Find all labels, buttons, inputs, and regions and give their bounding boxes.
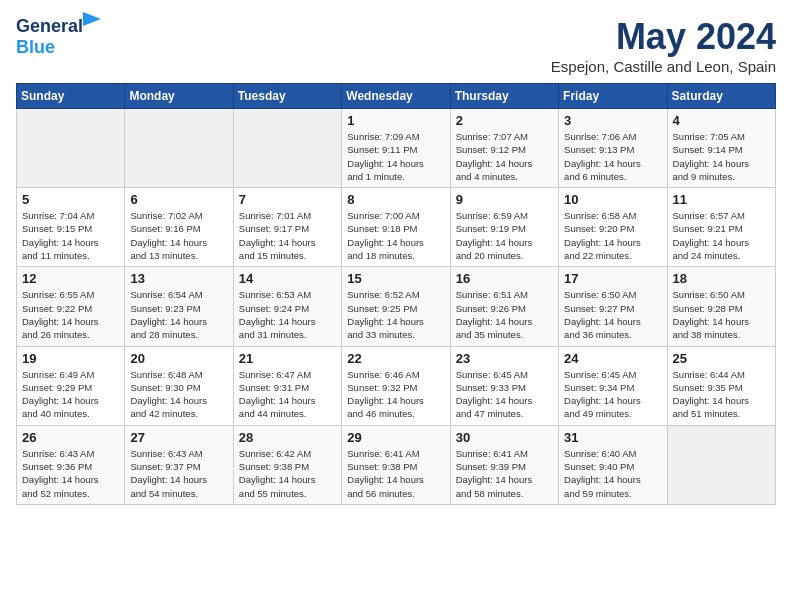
calendar-week-row: 1Sunrise: 7:09 AM Sunset: 9:11 PM Daylig… xyxy=(17,109,776,188)
calendar-empty-cell xyxy=(17,109,125,188)
weekday-header: Friday xyxy=(559,84,667,109)
calendar-day-cell: 13Sunrise: 6:54 AM Sunset: 9:23 PM Dayli… xyxy=(125,267,233,346)
location-subtitle: Espejon, Castille and Leon, Spain xyxy=(551,58,776,75)
day-info: Sunrise: 6:49 AM Sunset: 9:29 PM Dayligh… xyxy=(22,368,119,421)
calendar-day-cell: 1Sunrise: 7:09 AM Sunset: 9:11 PM Daylig… xyxy=(342,109,450,188)
day-number: 12 xyxy=(22,271,119,286)
day-info: Sunrise: 6:52 AM Sunset: 9:25 PM Dayligh… xyxy=(347,288,444,341)
calendar-day-cell: 5Sunrise: 7:04 AM Sunset: 9:15 PM Daylig… xyxy=(17,188,125,267)
title-section: May 2024 Espejon, Castille and Leon, Spa… xyxy=(551,16,776,75)
calendar-day-cell: 28Sunrise: 6:42 AM Sunset: 9:38 PM Dayli… xyxy=(233,425,341,504)
day-info: Sunrise: 6:44 AM Sunset: 9:35 PM Dayligh… xyxy=(673,368,770,421)
month-title: May 2024 xyxy=(551,16,776,58)
day-number: 26 xyxy=(22,430,119,445)
calendar-week-row: 5Sunrise: 7:04 AM Sunset: 9:15 PM Daylig… xyxy=(17,188,776,267)
calendar-day-cell: 11Sunrise: 6:57 AM Sunset: 9:21 PM Dayli… xyxy=(667,188,775,267)
day-number: 30 xyxy=(456,430,553,445)
day-info: Sunrise: 6:40 AM Sunset: 9:40 PM Dayligh… xyxy=(564,447,661,500)
logo-general: General xyxy=(16,16,83,36)
day-info: Sunrise: 6:43 AM Sunset: 9:36 PM Dayligh… xyxy=(22,447,119,500)
day-number: 19 xyxy=(22,351,119,366)
logo-chevron-icon xyxy=(83,12,101,26)
weekday-header: Saturday xyxy=(667,84,775,109)
calendar-day-cell: 27Sunrise: 6:43 AM Sunset: 9:37 PM Dayli… xyxy=(125,425,233,504)
day-number: 8 xyxy=(347,192,444,207)
day-number: 17 xyxy=(564,271,661,286)
day-number: 9 xyxy=(456,192,553,207)
day-info: Sunrise: 6:53 AM Sunset: 9:24 PM Dayligh… xyxy=(239,288,336,341)
day-info: Sunrise: 6:50 AM Sunset: 9:27 PM Dayligh… xyxy=(564,288,661,341)
day-info: Sunrise: 6:55 AM Sunset: 9:22 PM Dayligh… xyxy=(22,288,119,341)
day-number: 28 xyxy=(239,430,336,445)
calendar-day-cell: 31Sunrise: 6:40 AM Sunset: 9:40 PM Dayli… xyxy=(559,425,667,504)
day-number: 10 xyxy=(564,192,661,207)
logo-blue: Blue xyxy=(16,37,55,58)
calendar-day-cell: 26Sunrise: 6:43 AM Sunset: 9:36 PM Dayli… xyxy=(17,425,125,504)
day-number: 18 xyxy=(673,271,770,286)
calendar-empty-cell xyxy=(125,109,233,188)
calendar-day-cell: 17Sunrise: 6:50 AM Sunset: 9:27 PM Dayli… xyxy=(559,267,667,346)
weekday-header: Monday xyxy=(125,84,233,109)
calendar-day-cell: 21Sunrise: 6:47 AM Sunset: 9:31 PM Dayli… xyxy=(233,346,341,425)
calendar-day-cell: 18Sunrise: 6:50 AM Sunset: 9:28 PM Dayli… xyxy=(667,267,775,346)
calendar-day-cell: 22Sunrise: 6:46 AM Sunset: 9:32 PM Dayli… xyxy=(342,346,450,425)
day-number: 22 xyxy=(347,351,444,366)
day-info: Sunrise: 6:41 AM Sunset: 9:38 PM Dayligh… xyxy=(347,447,444,500)
day-number: 14 xyxy=(239,271,336,286)
calendar-week-row: 26Sunrise: 6:43 AM Sunset: 9:36 PM Dayli… xyxy=(17,425,776,504)
day-info: Sunrise: 6:42 AM Sunset: 9:38 PM Dayligh… xyxy=(239,447,336,500)
page-header: General Blue May 2024 Espejon, Castille … xyxy=(16,16,776,75)
day-info: Sunrise: 6:45 AM Sunset: 9:34 PM Dayligh… xyxy=(564,368,661,421)
calendar-day-cell: 4Sunrise: 7:05 AM Sunset: 9:14 PM Daylig… xyxy=(667,109,775,188)
calendar-week-row: 19Sunrise: 6:49 AM Sunset: 9:29 PM Dayli… xyxy=(17,346,776,425)
calendar-empty-cell xyxy=(667,425,775,504)
calendar-day-cell: 6Sunrise: 7:02 AM Sunset: 9:16 PM Daylig… xyxy=(125,188,233,267)
calendar-day-cell: 23Sunrise: 6:45 AM Sunset: 9:33 PM Dayli… xyxy=(450,346,558,425)
day-info: Sunrise: 6:54 AM Sunset: 9:23 PM Dayligh… xyxy=(130,288,227,341)
calendar-day-cell: 10Sunrise: 6:58 AM Sunset: 9:20 PM Dayli… xyxy=(559,188,667,267)
calendar-day-cell: 30Sunrise: 6:41 AM Sunset: 9:39 PM Dayli… xyxy=(450,425,558,504)
logo: General Blue xyxy=(16,16,83,58)
day-info: Sunrise: 6:58 AM Sunset: 9:20 PM Dayligh… xyxy=(564,209,661,262)
day-number: 11 xyxy=(673,192,770,207)
day-number: 31 xyxy=(564,430,661,445)
calendar-empty-cell xyxy=(233,109,341,188)
day-number: 7 xyxy=(239,192,336,207)
day-number: 4 xyxy=(673,113,770,128)
calendar-day-cell: 12Sunrise: 6:55 AM Sunset: 9:22 PM Dayli… xyxy=(17,267,125,346)
day-number: 15 xyxy=(347,271,444,286)
day-info: Sunrise: 7:02 AM Sunset: 9:16 PM Dayligh… xyxy=(130,209,227,262)
day-info: Sunrise: 6:46 AM Sunset: 9:32 PM Dayligh… xyxy=(347,368,444,421)
day-info: Sunrise: 7:05 AM Sunset: 9:14 PM Dayligh… xyxy=(673,130,770,183)
calendar-day-cell: 8Sunrise: 7:00 AM Sunset: 9:18 PM Daylig… xyxy=(342,188,450,267)
weekday-header: Wednesday xyxy=(342,84,450,109)
day-info: Sunrise: 6:43 AM Sunset: 9:37 PM Dayligh… xyxy=(130,447,227,500)
day-number: 1 xyxy=(347,113,444,128)
day-number: 6 xyxy=(130,192,227,207)
day-info: Sunrise: 7:06 AM Sunset: 9:13 PM Dayligh… xyxy=(564,130,661,183)
day-number: 20 xyxy=(130,351,227,366)
calendar-day-cell: 14Sunrise: 6:53 AM Sunset: 9:24 PM Dayli… xyxy=(233,267,341,346)
day-info: Sunrise: 6:47 AM Sunset: 9:31 PM Dayligh… xyxy=(239,368,336,421)
calendar-week-row: 12Sunrise: 6:55 AM Sunset: 9:22 PM Dayli… xyxy=(17,267,776,346)
day-info: Sunrise: 7:01 AM Sunset: 9:17 PM Dayligh… xyxy=(239,209,336,262)
svg-marker-0 xyxy=(83,12,101,26)
day-info: Sunrise: 7:09 AM Sunset: 9:11 PM Dayligh… xyxy=(347,130,444,183)
day-number: 27 xyxy=(130,430,227,445)
weekday-header: Tuesday xyxy=(233,84,341,109)
day-info: Sunrise: 7:04 AM Sunset: 9:15 PM Dayligh… xyxy=(22,209,119,262)
weekday-header: Thursday xyxy=(450,84,558,109)
calendar-day-cell: 2Sunrise: 7:07 AM Sunset: 9:12 PM Daylig… xyxy=(450,109,558,188)
day-number: 25 xyxy=(673,351,770,366)
calendar-day-cell: 19Sunrise: 6:49 AM Sunset: 9:29 PM Dayli… xyxy=(17,346,125,425)
logo-container: General xyxy=(16,16,83,37)
calendar-day-cell: 25Sunrise: 6:44 AM Sunset: 9:35 PM Dayli… xyxy=(667,346,775,425)
calendar-day-cell: 24Sunrise: 6:45 AM Sunset: 9:34 PM Dayli… xyxy=(559,346,667,425)
calendar-day-cell: 16Sunrise: 6:51 AM Sunset: 9:26 PM Dayli… xyxy=(450,267,558,346)
day-number: 16 xyxy=(456,271,553,286)
day-number: 13 xyxy=(130,271,227,286)
day-number: 21 xyxy=(239,351,336,366)
day-info: Sunrise: 6:57 AM Sunset: 9:21 PM Dayligh… xyxy=(673,209,770,262)
calendar-day-cell: 20Sunrise: 6:48 AM Sunset: 9:30 PM Dayli… xyxy=(125,346,233,425)
day-info: Sunrise: 6:48 AM Sunset: 9:30 PM Dayligh… xyxy=(130,368,227,421)
